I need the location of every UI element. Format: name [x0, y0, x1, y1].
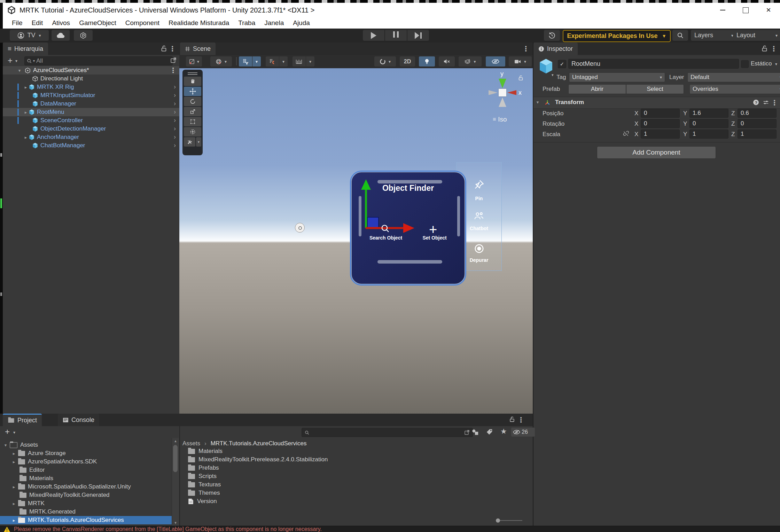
pivot-orientation-button[interactable]: ▾ — [210, 56, 232, 66]
status-bar[interactable]: Please remove the CanvasRenderer compone… — [0, 526, 780, 532]
scroll-up-arrow[interactable]: ▴ — [173, 439, 178, 443]
pin-icon[interactable] — [474, 179, 484, 190]
menu-component[interactable]: Component — [125, 19, 159, 27]
cloud-button[interactable] — [52, 30, 70, 41]
view-tool-button[interactable] — [184, 77, 201, 86]
x-axis-cone[interactable] — [507, 90, 516, 95]
tree-item-mrtk-generated-toolkit[interactable]: MixedRealityToolkit.Generated — [0, 491, 171, 499]
transform-foldout[interactable]: ▾ — [535, 100, 540, 105]
presets-icon[interactable] — [763, 100, 769, 105]
object-finder-panel[interactable]: Object Finder Search Object + Set Object — [351, 172, 465, 284]
scroll-down-arrow[interactable]: ▾ — [173, 521, 178, 525]
prefab-open-button[interactable]: Abrir — [568, 84, 626, 94]
link-broken-icon[interactable] — [623, 130, 629, 137]
hierarchy-item-chatbot-manager[interactable]: ChatBotManager › — [3, 141, 179, 150]
unlock-icon[interactable] — [161, 45, 167, 52]
hierarchy-item-anchor-manager[interactable]: ▸ AnchorManager › — [3, 133, 179, 141]
scale-y-field[interactable] — [689, 130, 728, 139]
hierarchy-item-scene-controller[interactable]: SceneController › — [3, 116, 179, 125]
breadcrumb-root[interactable]: Assets — [182, 440, 200, 447]
orientation-gizmo[interactable]: y x ≡Iso — [482, 68, 531, 127]
tree-item-editor[interactable]: Editor — [0, 466, 171, 474]
prefab-chevron[interactable]: › — [174, 117, 176, 124]
rect-tool-button[interactable] — [184, 117, 201, 126]
breadcrumb-current[interactable]: MRTK.Tutorials.AzureCloudServices — [211, 440, 307, 447]
custom-tools-button[interactable] — [184, 137, 195, 147]
open-in-window-icon[interactable] — [170, 57, 177, 63]
hidden-packages-toggle[interactable]: 26 — [511, 428, 535, 437]
tree-item-mrtk[interactable]: ▸ MRTK — [0, 499, 171, 508]
search-button[interactable] — [672, 30, 688, 41]
directional-light-gizmo[interactable] — [295, 223, 305, 233]
scene-viewport[interactable]: ▾ y x ≡Iso Pin — [179, 68, 533, 414]
2d-toggle[interactable]: 2D — [400, 56, 415, 66]
menu-mixed-reality[interactable]: Realidade Misturada — [169, 19, 229, 27]
scene-menu-kebab[interactable]: ⋮ — [170, 66, 177, 75]
menu-file[interactable]: File — [12, 19, 23, 27]
rotation-y-field[interactable] — [689, 119, 728, 128]
tab-scene[interactable]: Scene — [180, 42, 216, 55]
unlock-icon[interactable] — [762, 45, 767, 52]
help-icon[interactable]: ? — [753, 99, 759, 105]
rotation-z-field[interactable] — [738, 119, 777, 128]
tree-item-mrtk-generated[interactable]: MRTK.Generated — [0, 508, 171, 516]
bottom-axis-cone[interactable] — [499, 97, 506, 107]
create-asset-button[interactable]: + — [5, 427, 10, 437]
position-x-field[interactable] — [641, 109, 680, 118]
prefab-chevron[interactable]: › — [174, 142, 176, 149]
gameobject-name-field[interactable] — [568, 59, 739, 69]
audio-mute-toggle[interactable] — [439, 56, 455, 66]
tab-hierarchy[interactable]: ≡ Hierarquia — [3, 42, 48, 55]
menu-edit[interactable]: Edit — [32, 19, 43, 27]
account-dropdown[interactable]: TV ▾ — [10, 30, 49, 41]
inspector-menu-kebab[interactable]: ⋮ — [770, 45, 777, 53]
menu-assets[interactable]: Ativos — [52, 19, 70, 27]
step-button[interactable] — [407, 30, 429, 41]
set-object-button[interactable]: Set Object — [410, 235, 459, 241]
transform-header[interactable]: ▾ Transform ? ⋮ — [533, 97, 780, 109]
gameobject-icon-caret[interactable]: ▾ — [552, 73, 554, 77]
hierarchy-item-directional-light[interactable]: Directional Light — [3, 75, 179, 83]
layers-dropdown[interactable]: Layers ▾ — [691, 30, 737, 41]
grid-snapping-caret[interactable]: ▾ — [252, 56, 261, 66]
y-axis-cone[interactable] — [499, 79, 506, 88]
rotate-tool-button[interactable] — [184, 97, 201, 106]
tool-settings-button[interactable]: ▾ — [186, 56, 202, 66]
tree-item-azure-storage[interactable]: ▸ Azure Storage — [0, 449, 171, 457]
chatbot-icon[interactable] — [474, 211, 484, 220]
measure-tool-caret[interactable]: ▾ — [306, 56, 314, 66]
close-button[interactable]: ✕ — [757, 3, 780, 17]
shading-mode-dropdown[interactable]: ▾ — [374, 56, 396, 66]
menu-traba[interactable]: Traba — [238, 19, 255, 27]
static-checkbox[interactable] — [741, 60, 749, 68]
favorites-star-icon[interactable]: ★ — [500, 427, 507, 436]
snap-increment-button[interactable] — [266, 56, 279, 66]
tree-item-azure-spatial-anchors[interactable]: ▸ AzureSpatialAnchors.SDK — [0, 457, 171, 466]
create-dropdown-caret[interactable]: ▾ — [15, 59, 17, 63]
lighting-toggle[interactable] — [419, 56, 435, 66]
tab-console[interactable]: Console — [58, 414, 99, 426]
scene-visibility-toggle[interactable] — [486, 56, 505, 66]
overlay-drag-handle[interactable] — [188, 72, 197, 73]
menu-window[interactable]: Janela — [264, 19, 284, 27]
position-z-field[interactable] — [738, 109, 777, 118]
foldout-collapsed-icon[interactable]: ▸ — [23, 135, 29, 140]
hierarchy-item-object-detection-manager[interactable]: ObjectDetectionManager › — [3, 125, 179, 133]
prefab-chevron[interactable]: › — [174, 125, 176, 132]
file-item-texturas[interactable]: Texturas — [188, 480, 432, 489]
hierarchy-item-mrtk-xr-rig[interactable]: ▸ MRTK XR Rig › — [3, 83, 179, 91]
transform-kebab[interactable]: ⋮ — [771, 99, 778, 107]
layout-dropdown[interactable]: Layout ▾ — [733, 30, 780, 41]
undo-history-button[interactable] — [544, 30, 560, 41]
file-item-themes[interactable]: Themes — [188, 489, 432, 497]
move-tool-button[interactable] — [184, 87, 201, 96]
custom-tools-caret[interactable]: ▾ — [196, 137, 201, 147]
debug-icon[interactable] — [474, 243, 484, 254]
foldout-expanded-icon[interactable]: ▾ — [17, 68, 22, 73]
slider-handle[interactable] — [496, 518, 500, 523]
project-menu-kebab[interactable]: ⋮ — [517, 416, 524, 424]
tab-project[interactable]: Project — [3, 414, 42, 426]
tab-inspector[interactable]: Inspector — [533, 42, 578, 55]
tree-item-mrtk-tutorials-selected[interactable]: ▸ MRTK.Tutorials.AzureCloudServices — [0, 516, 176, 524]
file-item-mrtk-prerelease[interactable]: MixedRealityToolkit.Prerelease.2.4.0.Sta… — [188, 455, 432, 464]
